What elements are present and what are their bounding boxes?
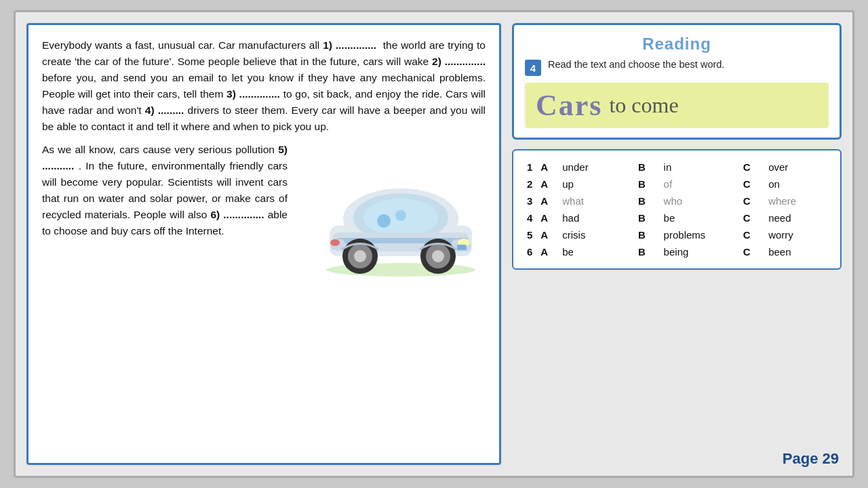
blank-4-label: 4) ......... xyxy=(145,104,184,116)
paragraph-1: Everybody wants a fast, unusual car. Car… xyxy=(42,37,486,135)
answer-row-5: 5 A crisis B problems C worry xyxy=(523,226,831,243)
right-panel: Reading 4 Read the text and choose the b… xyxy=(512,23,842,465)
col-c-word-3: where xyxy=(764,192,831,209)
col-b-word-1: in xyxy=(660,159,730,176)
cars-word: Cars xyxy=(536,88,602,123)
blank-2-label: 2) .............. xyxy=(432,56,486,67)
col-a-label-4: A xyxy=(536,209,558,226)
row-num-3: 3 xyxy=(523,192,536,209)
left-panel: Everybody wants a fast, unusual car. Car… xyxy=(26,23,501,465)
row-num-2: 2 xyxy=(523,176,536,192)
col-b-word-6: being xyxy=(660,243,730,260)
col-a-word-3: what xyxy=(558,192,625,209)
col-c-word-1: over xyxy=(764,159,831,176)
col-c-word-5: worry xyxy=(764,226,831,243)
instruction-text: Read the text and choose the best word. xyxy=(548,59,724,70)
svg-point-17 xyxy=(377,214,391,228)
title-banner: Cars to come xyxy=(525,83,829,128)
answer-row-6: 6 A be B being C been xyxy=(523,243,831,260)
row-num-1: 1 xyxy=(523,159,536,176)
row-num-5: 5 xyxy=(523,226,536,243)
svg-point-18 xyxy=(395,210,406,221)
reading-title: Reading xyxy=(525,35,829,54)
col-a-word-1: under xyxy=(558,159,625,176)
answers-box: 1 A under B in C over 2 A up B of C on 3… xyxy=(512,149,842,270)
col-b-word-4: be xyxy=(660,209,730,226)
col-a-label-3: A xyxy=(536,192,558,209)
paragraph-2-text: As we all know, cars cause very serious … xyxy=(42,142,288,246)
col-b-label-3: B xyxy=(625,192,660,209)
answer-row-1: 1 A under B in C over xyxy=(523,159,831,176)
svg-rect-19 xyxy=(457,245,467,250)
col-a-word-6: be xyxy=(558,243,625,260)
car-svg xyxy=(296,144,486,280)
paragraph-2: As we all know, cars cause very serious … xyxy=(42,142,288,239)
answer-row-3: 3 A what B who C where xyxy=(523,192,831,209)
col-c-label-4: C xyxy=(730,209,765,226)
col-c-word-4: need xyxy=(764,209,831,226)
blank-5-label: 5) ........... xyxy=(42,144,288,171)
col-c-word-2: on xyxy=(764,176,831,192)
instruction-number: 4 xyxy=(525,60,541,76)
reading-header-box: Reading 4 Read the text and choose the b… xyxy=(512,23,842,140)
col-b-label-2: B xyxy=(625,176,660,192)
col-a-label-5: A xyxy=(536,226,558,243)
reading-text: Everybody wants a fast, unusual car. Car… xyxy=(42,37,486,280)
page-container: Everybody wants a fast, unusual car. Car… xyxy=(14,10,854,478)
col-b-word-5: problems xyxy=(660,226,730,243)
row-num-6: 6 xyxy=(523,243,536,260)
blank-6-label: 6) .............. xyxy=(210,209,264,220)
col-c-label-1: C xyxy=(730,159,765,176)
answer-row-4: 4 A had B be C need xyxy=(523,209,831,226)
blank-3-label: 3) .............. xyxy=(226,88,280,100)
answers-table: 1 A under B in C over 2 A up B of C on 3… xyxy=(523,159,831,260)
to-come-word: to come xyxy=(609,93,678,118)
svg-point-10 xyxy=(330,239,340,246)
col-a-word-2: up xyxy=(558,176,625,192)
col-b-word-2: of xyxy=(660,176,730,192)
page-number: Page 29 xyxy=(783,450,839,468)
col-b-label-4: B xyxy=(625,209,660,226)
svg-point-16 xyxy=(432,250,444,262)
col-b-label-1: B xyxy=(625,159,660,176)
col-a-label-1: A xyxy=(536,159,558,176)
col-a-label-2: A xyxy=(536,176,558,192)
row-num-4: 4 xyxy=(523,209,536,226)
col-c-label-5: C xyxy=(730,226,765,243)
col-c-word-6: been xyxy=(764,243,831,260)
svg-point-13 xyxy=(354,250,366,262)
col-b-word-3: who xyxy=(660,192,730,209)
instruction-row: 4 Read the text and choose the best word… xyxy=(525,59,829,76)
col-b-label-5: B xyxy=(625,226,660,243)
car-image xyxy=(296,144,486,280)
col-a-label-6: A xyxy=(536,243,558,260)
col-c-label-3: C xyxy=(730,192,765,209)
col-a-word-4: had xyxy=(558,209,625,226)
blank-1-label: 1) .............. xyxy=(323,39,376,51)
col-c-label-2: C xyxy=(730,176,765,192)
col-c-label-6: C xyxy=(730,243,765,260)
col-b-label-6: B xyxy=(625,243,660,260)
col-a-word-5: crisis xyxy=(558,226,625,243)
answer-row-2: 2 A up B of C on xyxy=(523,176,831,192)
